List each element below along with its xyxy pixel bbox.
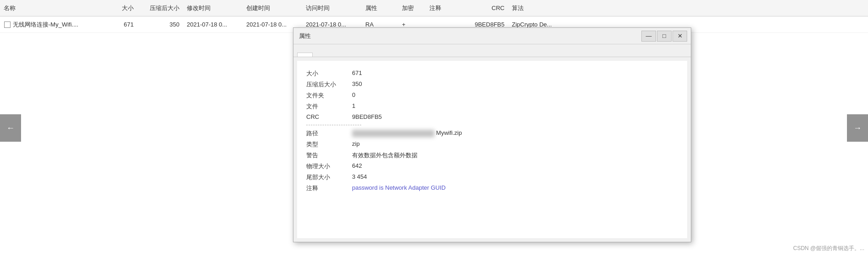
table-header: 名称 大小 压缩后大小 修改时间 创建时间 访问时间 属性 加密 注释 CRC … <box>0 0 868 16</box>
prop-value: 9BED8FB5 <box>352 113 678 120</box>
prop-value: ████████████████████ Mywifi.zip <box>352 129 678 137</box>
dialog-tabs <box>293 44 691 57</box>
file-algo: ZipCrypto De... <box>512 21 580 28</box>
prop-row: 路径████████████████████ Mywifi.zip <box>306 128 678 139</box>
file-attr: RA <box>365 21 402 28</box>
prop-label: 物理大小 <box>306 162 352 171</box>
prop-label: 注释 <box>306 184 352 192</box>
prop-value: 有效数据外包含额外数据 <box>352 151 678 160</box>
back-arrow-icon: ← <box>6 123 15 133</box>
prop-row: 注释password is Network Adapter GUID <box>306 183 678 194</box>
col-header-modified[interactable]: 修改时间 <box>187 4 246 12</box>
properties-dialog: 属性 — □ ✕ 大小671压缩后大小350文件夹0文件1CRC9BED8FB5… <box>293 27 691 242</box>
col-header-algo[interactable]: 算法 <box>512 4 580 12</box>
prop-row: 尾部大小3 454 <box>306 172 678 183</box>
close-button[interactable]: ✕ <box>673 31 687 42</box>
filename-text: Mywifi.zip <box>434 129 462 136</box>
file-size: 671 <box>104 21 141 28</box>
prop-row: 压缩后大小350 <box>306 79 678 90</box>
prop-row: 文件夹0 <box>306 90 678 101</box>
col-header-accessed[interactable]: 访问时间 <box>306 4 365 12</box>
watermark: CSDN @倔强的青铜选手。... <box>793 245 864 252</box>
main-area: 名称 大小 压缩后大小 修改时间 创建时间 访问时间 属性 加密 注释 CRC … <box>0 0 868 256</box>
col-header-created[interactable]: 创建时间 <box>246 4 306 12</box>
prop-row: 类型zip <box>306 139 678 150</box>
prop-row: 物理大小642 <box>306 161 678 172</box>
prop-label: 大小 <box>306 69 352 78</box>
col-header-comment[interactable]: 注释 <box>429 4 466 12</box>
dialog-content: 大小671压缩后大小350文件夹0文件1CRC9BED8FB5路径███████… <box>297 61 687 238</box>
col-header-name[interactable]: 名称 <box>4 4 104 12</box>
col-header-size[interactable]: 大小 <box>104 4 141 12</box>
blurred-path: ████████████████████ <box>352 130 434 137</box>
dialog-titlebar: 属性 — □ ✕ <box>293 28 691 44</box>
prop-label: 警告 <box>306 151 352 160</box>
prop-divider <box>306 125 361 125</box>
col-header-compressed[interactable]: 压缩后大小 <box>141 4 187 12</box>
dialog-title: 属性 <box>299 32 311 40</box>
prop-row: CRC9BED8FB5 <box>306 112 678 122</box>
file-modified: 2021-07-18 0... <box>187 21 246 28</box>
prop-label: 压缩后大小 <box>306 80 352 89</box>
prop-row: 警告有效数据外包含额外数据 <box>306 150 678 161</box>
prop-row: 文件1 <box>306 101 678 112</box>
col-header-encrypt[interactable]: 加密 <box>402 4 429 12</box>
back-button[interactable]: ← <box>0 114 21 142</box>
prop-value: 0 <box>352 91 678 98</box>
prop-value: 1 <box>352 102 678 109</box>
prop-row: 大小671 <box>306 68 678 79</box>
prop-value: 642 <box>352 162 678 169</box>
file-accessed: 2021-07-18 0... <box>306 21 365 28</box>
forward-button[interactable]: → <box>847 114 868 142</box>
file-icon <box>4 21 11 28</box>
prop-label: CRC <box>306 113 352 120</box>
col-header-crc[interactable]: CRC <box>466 5 512 11</box>
dialog-controls: — □ ✕ <box>641 31 687 42</box>
file-name-cell: 无线网络连接-My_Wifi.... <box>4 21 104 29</box>
prop-value: zip <box>352 140 678 147</box>
prop-label: 文件夹 <box>306 91 352 100</box>
prop-label: 路径 <box>306 129 352 138</box>
restore-button[interactable]: □ <box>657 31 672 42</box>
prop-label: 尾部大小 <box>306 173 352 181</box>
properties-list: 大小671压缩后大小350文件夹0文件1CRC9BED8FB5路径███████… <box>306 68 678 194</box>
prop-value: password is Network Adapter GUID <box>352 184 678 191</box>
file-crc: 9BED8FB5 <box>466 21 512 28</box>
prop-label: 类型 <box>306 140 352 149</box>
dialog-tab-props[interactable] <box>297 53 313 57</box>
prop-label: 文件 <box>306 102 352 111</box>
file-created: 2021-07-18 0... <box>246 21 306 28</box>
file-encrypt: + <box>402 21 429 28</box>
file-compressed: 350 <box>141 21 187 28</box>
col-header-attr[interactable]: 属性 <box>365 4 402 12</box>
file-name: 无线网络连接-My_Wifi.... <box>13 21 78 29</box>
minimize-button[interactable]: — <box>641 31 656 42</box>
prop-value: 671 <box>352 69 678 76</box>
forward-arrow-icon: → <box>853 123 862 133</box>
prop-value: 3 454 <box>352 173 678 180</box>
prop-value: 350 <box>352 80 678 87</box>
